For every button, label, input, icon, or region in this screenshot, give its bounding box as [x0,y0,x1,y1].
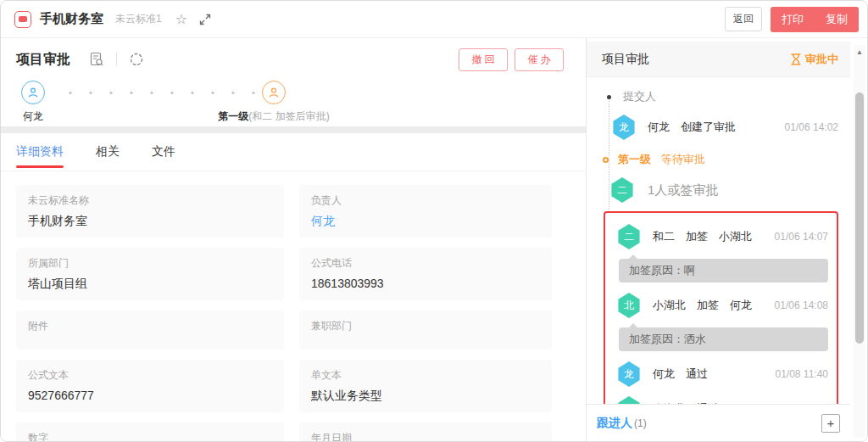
submitter-avatar [21,81,45,104]
divider [116,53,117,66]
stage-name-strong: 第一级 [218,110,248,122]
field-value: 9527666777 [28,389,272,402]
event-target: 何龙 [730,298,752,313]
back-button[interactable]: 返回 [725,7,762,31]
event-row: 龙 何龙 通过 01/08 11:40 [617,361,828,387]
section-separator [1,126,586,133]
detail-form: 未云标准名称 手机财务室 负责人 何龙 所属部门 塔山项目组 公式电话 1861… [1,171,586,442]
approval-title: 项目审批 [16,51,70,69]
approval-highlight-box: 二 和二 加签 小湖北 01/06 14:07 加签原因：啊 北 小湖北 加签 … [604,211,838,404]
event-name: 小湖北 [653,298,686,313]
topbar: 手机财务室 未云标准1 ☆ 返回 打印 复制 [1,1,867,38]
tab-details[interactable]: 详细资料 [16,133,64,171]
flow-node-stage: 第一级(和二 加签后审批) [223,81,325,124]
approval-header: 项目审批 撤回 催办 [1,38,586,81]
tab-files[interactable]: 文件 [152,133,175,171]
field-label: 单文本 [311,368,540,383]
approval-log-icon[interactable] [89,52,104,67]
avatar-helong: 龙 [617,361,641,387]
field-record-name[interactable]: 未云标准名称 手机财务室 [16,185,284,238]
approval-flow: 何龙 第一级(和二 加签后审批) [1,81,586,126]
field-number[interactable]: 数字 [16,422,284,442]
field-department[interactable]: 所属部门 塔山项目组 [16,248,284,300]
field-value: 默认业务类型 [311,389,540,404]
copy-button[interactable]: 复制 [815,7,859,32]
approval-actions: 撤回 催办 [459,48,564,71]
event-name: 和二 [653,229,675,244]
event-time: 01/06 14:02 [785,121,838,133]
submitter-section-label: 提交人 [600,89,838,104]
sidebar-header: 项目审批 审批中 [587,42,850,77]
add-follower-button[interactable]: + [821,414,840,433]
field-formula-phone[interactable]: 公式电话 18613803993 [299,248,552,300]
field-secondary-department[interactable]: 兼职部门 [299,311,552,350]
field-label: 所属部门 [28,256,272,271]
event-row: 二 和二 加签 小湖北 01/06 14:07 [617,224,828,249]
field-attachment[interactable]: 附件 [16,311,284,350]
field-label: 附件 [28,319,272,333]
sign-mode-text: 1人或签审批 [648,182,718,199]
field-formula-text[interactable]: 公式文本 9527666777 [16,360,284,412]
followers-label[interactable]: 跟进人 [597,416,632,431]
tab-related[interactable]: 相关 [96,133,120,171]
urge-button[interactable]: 催办 [515,48,564,71]
app-logo-icon [14,11,31,28]
stage-status: 等待审批 [661,152,705,167]
event-action: 创建了审批 [681,120,736,135]
page-title: 手机财务室 [40,11,103,27]
print-button[interactable]: 打印 [771,7,815,32]
field-single-text[interactable]: 单文本 默认业务类型 [299,360,552,412]
followers-section: 跟进人 (1) + [587,404,850,441]
event-name: 何龙 [653,366,675,382]
sign-reason-bubble: 加签原因：洒水 [619,327,828,351]
flow-node-submitter: 何龙 [0,81,84,124]
field-value: 手机财务室 [28,214,272,229]
expand-icon[interactable] [199,14,211,25]
field-value: 塔山项目组 [28,277,272,292]
event-action: 加签 [686,229,708,244]
event-time: 01/08 11:40 [775,368,828,380]
sidebar-scrollbar[interactable]: ▲ [854,45,865,438]
timeline-dot [607,95,611,99]
followers-count: (1) [634,417,647,429]
approval-status-label: 审批中 [805,52,838,67]
app-window: 手机财务室 未云标准1 ☆ 返回 打印 复制 项目审批 撤回 [0,0,868,442]
sign-mode-row: 二 1人或签审批 [610,177,838,203]
withdraw-button[interactable]: 撤回 [459,48,508,71]
avatar-helong: 龙 [612,115,636,140]
event-row: 北 小湖北 加签 何龙 01/06 14:08 [617,293,828,318]
field-label: 数字 [28,431,272,442]
field-date[interactable]: 年月日期 [299,422,552,442]
stage-section-label: 第一级 等待审批 [603,152,838,167]
scrollbar-thumb[interactable] [855,92,864,344]
favorite-star-icon[interactable]: ☆ [175,13,187,26]
submitter-text: 提交人 [623,89,656,104]
scrollbar-up-arrow[interactable]: ▲ [854,48,865,56]
event-time: 01/06 14:08 [775,299,828,311]
detail-tabs: 详细资料 相关 文件 [1,133,586,171]
field-label: 年月日期 [311,431,540,442]
primary-action-group: 打印 复制 [771,7,859,32]
event-row: 北 小湖北 通过 01/11 10:50 [617,396,828,404]
owner-link[interactable]: 何龙 [311,214,540,229]
stage-label: 第一级 [618,152,651,167]
avatar-xiaohubei: 北 [617,396,641,404]
approval-sidebar: 项目审批 审批中 提交人 龙 何龙 创建了审批 01/06 14:02 第一级 [586,38,867,441]
record-type-badge: 未云标准1 [115,12,162,26]
timeline-ring [603,157,609,163]
submitter-name: 何龙 [23,109,43,124]
event-time: 01/06 14:07 [775,231,828,243]
approval-status: 审批中 [791,52,838,67]
event-name: 何龙 [648,120,670,135]
event-time: 01/11 10:50 [775,403,828,404]
stage-avatar [262,81,286,104]
avatar-heer: 二 [610,177,634,203]
event-target: 小湖北 [719,229,752,244]
field-label: 公式文本 [28,368,272,383]
process-cycle-icon[interactable] [129,52,144,67]
sign-reason-bubble: 加签原因：啊 [619,259,828,283]
stage-name: 第一级(和二 加签后审批) [218,109,329,124]
event-action: 通过 [697,401,719,404]
field-owner[interactable]: 负责人 何龙 [299,185,552,238]
main-panel: 项目审批 撤回 催办 何龙 [1,38,586,441]
